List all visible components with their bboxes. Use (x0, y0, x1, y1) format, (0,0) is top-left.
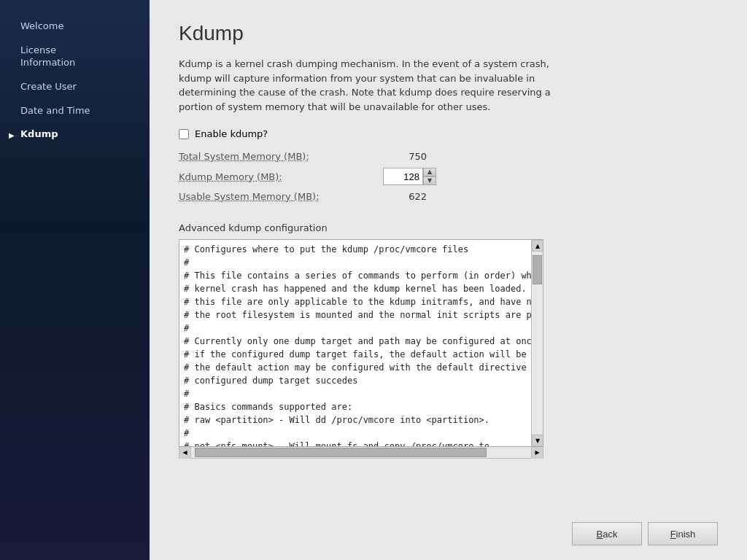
config-line-3: # This file contains a series of command… (184, 269, 527, 282)
config-line-15: # (184, 427, 527, 440)
config-line-7: # (184, 322, 527, 335)
spinner-down-button[interactable]: ▼ (423, 176, 436, 185)
scroll-down-arrow[interactable]: ▼ (532, 435, 543, 446)
page-description: Kdump is a kernel crash dumping mechanis… (179, 57, 558, 114)
kdump-memory-label: Kdump Memory (MB): (179, 171, 383, 182)
memory-table: Total System Memory (MB): 750 Kdump Memo… (179, 151, 718, 208)
usable-memory-value: 622 (383, 191, 427, 202)
sidebar-item-license-label: LicenseInformation (20, 44, 75, 68)
total-memory-value: 750 (383, 151, 427, 162)
config-line-12: # (184, 387, 527, 400)
scroll-track[interactable] (532, 252, 543, 435)
sidebar-item-create-user[interactable]: Create User (0, 75, 150, 99)
vertical-scrollbar[interactable]: ▲ ▼ (531, 240, 543, 446)
enable-kdump-label[interactable]: Enable kdump? (195, 128, 268, 139)
total-memory-row: Total System Memory (MB): 750 (179, 151, 718, 162)
total-memory-label: Total System Memory (MB): (179, 151, 383, 162)
finish-button[interactable]: Finish (648, 522, 718, 545)
config-line-1: # Configures where to put the kdump /pro… (184, 243, 527, 256)
spinner-buttons: ▲ ▼ (423, 168, 436, 185)
config-line-11: # configured dump target succedes (184, 374, 527, 387)
advanced-config-container: # Configures where to put the kdump /pro… (179, 239, 543, 447)
config-line-13: # Basics commands supported are: (184, 400, 527, 413)
kdump-memory-row: Kdump Memory (MB): ▲ ▼ (179, 168, 718, 185)
config-line-2: # (184, 256, 527, 269)
config-line-4: # kernel crash has happened and the kdum… (184, 282, 527, 295)
scroll-right-arrow[interactable]: ▶ (531, 447, 543, 459)
scroll-up-arrow[interactable]: ▲ (532, 240, 543, 252)
page-title: Kdump (179, 22, 718, 45)
config-line-10: # the default action may be configured w… (184, 361, 527, 374)
h-scroll-thumb[interactable] (195, 448, 487, 457)
sidebar-item-date-time-label: Date and Time (20, 105, 90, 116)
advanced-config-inner: # Configures where to put the kdump /pro… (179, 240, 543, 446)
sidebar-item-create-user-label: Create User (20, 81, 77, 92)
sidebar-item-date-time[interactable]: Date and Time (0, 99, 150, 123)
config-line-6: # the root filesystem is mounted and the… (184, 308, 527, 322)
config-text-area[interactable]: # Configures where to put the kdump /pro… (179, 240, 531, 446)
advanced-section-label: Advanced kdump configuration (179, 222, 718, 233)
content-area: Kdump Kdump is a kernel crash dumping me… (150, 0, 747, 560)
enable-kdump-checkbox[interactable] (179, 129, 189, 139)
back-button-label: Back (597, 529, 618, 540)
sidebar-item-welcome[interactable]: Welcome (0, 15, 150, 39)
horizontal-scrollbar[interactable]: ◀ ▶ (179, 447, 543, 459)
finish-button-label: Finish (670, 529, 696, 540)
config-line-8: # Currently only one dump target and pat… (184, 335, 527, 348)
back-button[interactable]: Back (572, 522, 642, 545)
h-scroll-track[interactable] (191, 447, 531, 458)
sidebar: Welcome LicenseInformation Create User D… (0, 0, 150, 560)
scroll-thumb[interactable] (533, 255, 542, 284)
sidebar-item-welcome-label: Welcome (20, 20, 63, 31)
sidebar-item-kdump-label: Kdump (20, 128, 58, 139)
usable-memory-label: Usable System Memory (MB): (179, 191, 383, 202)
config-line-9: # if the configured dump target fails, t… (184, 348, 527, 361)
config-line-16: # net <nfs mount> - Will mount fs and co… (184, 440, 527, 446)
sidebar-item-license[interactable]: LicenseInformation (0, 39, 150, 75)
kdump-memory-input[interactable] (383, 168, 423, 185)
enable-kdump-row: Enable kdump? (179, 128, 718, 139)
sidebar-item-kdump[interactable]: Kdump (0, 122, 150, 147)
spinner-up-button[interactable]: ▲ (423, 168, 436, 176)
bottom-bar: Back Finish (572, 522, 718, 545)
kdump-memory-spinner[interactable]: ▲ ▼ (383, 168, 436, 185)
config-line-5: # this file are only applicable to the k… (184, 295, 527, 308)
usable-memory-row: Usable System Memory (MB): 622 (179, 191, 718, 202)
config-line-14: # raw <partition> - Will dd /proc/vmcore… (184, 413, 527, 427)
scroll-left-arrow[interactable]: ◀ (179, 447, 191, 459)
